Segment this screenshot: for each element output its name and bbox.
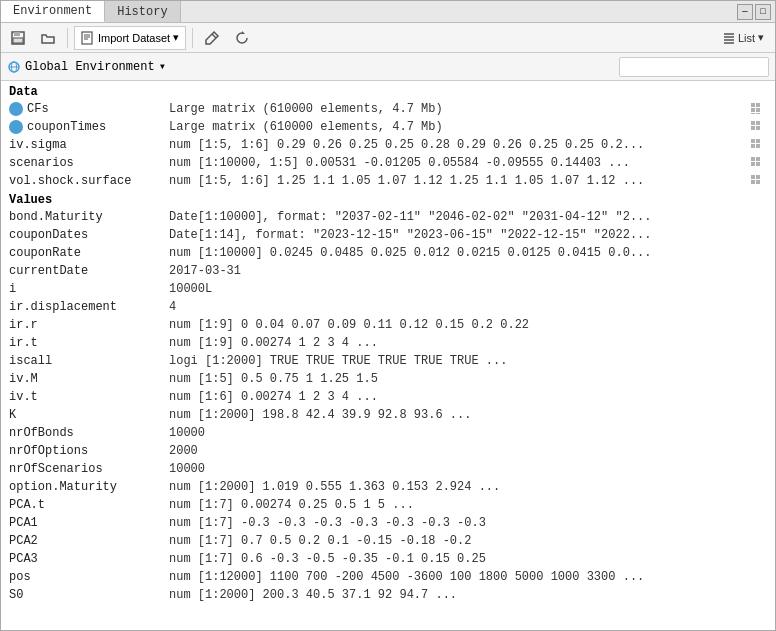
vol-shock-surface-name: vol.shock.surface bbox=[9, 174, 131, 188]
row-coupon-rate[interactable]: couponRate num [1:10000] 0.0245 0.0485 0… bbox=[1, 245, 775, 263]
nrofbonds-name: nrOfBonds bbox=[9, 426, 74, 440]
cfs-action[interactable] bbox=[747, 102, 767, 116]
import-label: Import Dataset bbox=[98, 32, 170, 44]
tab-history[interactable]: History bbox=[105, 1, 180, 22]
svg-rect-27 bbox=[756, 139, 760, 143]
grid-icon-5[interactable] bbox=[750, 174, 764, 188]
svg-rect-28 bbox=[751, 144, 755, 148]
coupontimes-name: couponTimes bbox=[27, 120, 106, 134]
row-pos[interactable]: pos num [1:12000] 1100 700 -200 4500 -36… bbox=[1, 569, 775, 587]
row-ir-t[interactable]: ir.t num [1:9] 0.00274 1 2 3 4 ... bbox=[1, 335, 775, 353]
row-iv-m[interactable]: iv.M num [1:5] 0.5 0.75 1 1.25 1.5 bbox=[1, 371, 775, 389]
ir-t-value: num [1:9] 0.00274 1 2 3 4 ... bbox=[169, 336, 767, 350]
search-input[interactable] bbox=[619, 57, 769, 77]
row-scenarios[interactable]: scenarios num [1:10000, 1:5] 0.00531 -0.… bbox=[1, 155, 775, 173]
row-pca3[interactable]: PCA3 num [1:7] 0.6 -0.3 -0.5 -0.35 -0.1 … bbox=[1, 551, 775, 569]
row-nrofbonds[interactable]: nrOfBonds 10000 bbox=[1, 425, 775, 443]
refresh-button[interactable] bbox=[229, 26, 255, 50]
open-icon bbox=[40, 30, 56, 46]
pca1-name: PCA1 bbox=[9, 516, 38, 530]
row-pca2[interactable]: PCA2 num [1:7] 0.7 0.5 0.2 0.1 -0.15 -0.… bbox=[1, 533, 775, 551]
row-coupontimes[interactable]: couponTimes Large matrix (610000 element… bbox=[1, 119, 775, 137]
pca3-name: PCA3 bbox=[9, 552, 38, 566]
iv-t-value: num [1:6] 0.00274 1 2 3 4 ... bbox=[169, 390, 767, 404]
svg-rect-3 bbox=[82, 32, 92, 44]
row-bond-maturity[interactable]: bond.Maturity Date[1:10000], format: "20… bbox=[1, 209, 775, 227]
scenarios-value: num [1:10000, 1:5] 0.00531 -0.01205 0.05… bbox=[169, 156, 747, 170]
coupontimes-icon bbox=[9, 120, 23, 134]
import-dataset-button[interactable]: Import Dataset ▾ bbox=[74, 26, 186, 50]
coupontimes-action[interactable] bbox=[747, 120, 767, 134]
minimize-button[interactable]: ─ bbox=[737, 4, 753, 20]
coupon-dates-name: couponDates bbox=[9, 228, 88, 242]
brush-button[interactable] bbox=[199, 26, 225, 50]
row-nrofoptions[interactable]: nrOfOptions 2000 bbox=[1, 443, 775, 461]
toolbar-right: List ▾ bbox=[716, 26, 771, 50]
nrofscenarios-name: nrOfScenarios bbox=[9, 462, 103, 476]
tab-environment[interactable]: Environment bbox=[1, 1, 105, 22]
ir-displacement-value: 4 bbox=[169, 300, 767, 314]
iv-t-name: iv.t bbox=[9, 390, 38, 404]
row-option-maturity[interactable]: option.Maturity num [1:2000] 1.019 0.555… bbox=[1, 479, 775, 497]
svg-rect-17 bbox=[756, 103, 760, 107]
import-icon bbox=[81, 31, 95, 45]
grid-icon-4[interactable] bbox=[750, 156, 764, 170]
k-value: num [1:2000] 198.8 42.4 39.9 92.8 93.6 .… bbox=[169, 408, 767, 422]
row-pca1[interactable]: PCA1 num [1:7] -0.3 -0.3 -0.3 -0.3 -0.3 … bbox=[1, 515, 775, 533]
row-nrofscenarios[interactable]: nrOfScenarios 10000 bbox=[1, 461, 775, 479]
cfs-icon bbox=[9, 102, 23, 116]
row-i[interactable]: i 10000L bbox=[1, 281, 775, 299]
row-iscall[interactable]: iscall logi [1:2000] TRUE TRUE TRUE TRUE… bbox=[1, 353, 775, 371]
nrofscenarios-value: 10000 bbox=[169, 462, 767, 476]
svg-rect-32 bbox=[751, 162, 755, 166]
coupon-rate-value: num [1:10000] 0.0245 0.0485 0.025 0.012 … bbox=[169, 246, 767, 260]
grid-icon-3[interactable] bbox=[750, 138, 764, 152]
row-current-date[interactable]: currentDate 2017-03-31 bbox=[1, 263, 775, 281]
svg-rect-34 bbox=[751, 175, 755, 179]
row-ir-displacement[interactable]: ir.displacement 4 bbox=[1, 299, 775, 317]
svg-rect-23 bbox=[756, 121, 760, 125]
svg-rect-30 bbox=[751, 157, 755, 161]
row-iv-sigma[interactable]: iv.sigma num [1:5, 1:6] 0.29 0.26 0.25 0… bbox=[1, 137, 775, 155]
import-dropdown-arrow[interactable]: ▾ bbox=[173, 31, 179, 44]
window-controls: ─ □ bbox=[737, 4, 775, 20]
grid-icon[interactable] bbox=[750, 102, 764, 116]
svg-rect-29 bbox=[756, 144, 760, 148]
ir-t-name: ir.t bbox=[9, 336, 38, 350]
iv-m-name: iv.M bbox=[9, 372, 38, 386]
svg-rect-19 bbox=[756, 108, 760, 112]
svg-marker-8 bbox=[242, 31, 245, 34]
iv-m-value: num [1:5] 0.5 0.75 1 1.25 1.5 bbox=[169, 372, 767, 386]
list-button[interactable]: List ▾ bbox=[716, 26, 771, 50]
section-header-values: Values bbox=[1, 191, 775, 209]
row-cfs[interactable]: CFs Large matrix (610000 elements, 4.7 M… bbox=[1, 101, 775, 119]
cfs-value: Large matrix (610000 elements, 4.7 Mb) bbox=[169, 102, 747, 116]
row-k[interactable]: K num [1:2000] 198.8 42.4 39.9 92.8 93.6… bbox=[1, 407, 775, 425]
coupon-rate-name: couponRate bbox=[9, 246, 81, 260]
current-date-name: currentDate bbox=[9, 264, 88, 278]
option-maturity-name: option.Maturity bbox=[9, 480, 117, 494]
save-button[interactable] bbox=[5, 26, 31, 50]
coupontimes-value: Large matrix (610000 elements, 4.7 Mb) bbox=[169, 120, 747, 134]
env-selector[interactable]: Global Environment ▾ bbox=[7, 59, 166, 74]
row-pca-t[interactable]: PCA.t num [1:7] 0.00274 0.25 0.5 1 5 ... bbox=[1, 497, 775, 515]
current-date-value: 2017-03-31 bbox=[169, 264, 767, 278]
open-button[interactable] bbox=[35, 26, 61, 50]
vol-shock-surface-value: num [1:5, 1:6] 1.25 1.1 1.05 1.07 1.12 1… bbox=[169, 174, 747, 188]
svg-rect-18 bbox=[751, 108, 755, 112]
row-s0[interactable]: S0 num [1:2000] 200.3 40.5 37.1 92 94.7 … bbox=[1, 587, 775, 605]
s0-value: num [1:2000] 200.3 40.5 37.1 92 94.7 ... bbox=[169, 588, 767, 602]
row-iv-t[interactable]: iv.t num [1:6] 0.00274 1 2 3 4 ... bbox=[1, 389, 775, 407]
row-ir-r[interactable]: ir.r num [1:9] 0 0.04 0.07 0.09 0.11 0.1… bbox=[1, 317, 775, 335]
grid-icon-2[interactable] bbox=[750, 120, 764, 134]
svg-rect-31 bbox=[756, 157, 760, 161]
nrofoptions-name: nrOfOptions bbox=[9, 444, 88, 458]
k-name: K bbox=[9, 408, 16, 422]
content-area: Data CFs Large matrix (610000 elements, … bbox=[1, 81, 775, 630]
row-coupon-dates[interactable]: couponDates Date[1:14], format: "2023-12… bbox=[1, 227, 775, 245]
row-vol-shock-surface[interactable]: vol.shock.surface num [1:5, 1:6] 1.25 1.… bbox=[1, 173, 775, 191]
maximize-button[interactable]: □ bbox=[755, 4, 771, 20]
svg-line-7 bbox=[212, 34, 216, 38]
svg-rect-22 bbox=[751, 121, 755, 125]
separator-2 bbox=[192, 28, 193, 48]
